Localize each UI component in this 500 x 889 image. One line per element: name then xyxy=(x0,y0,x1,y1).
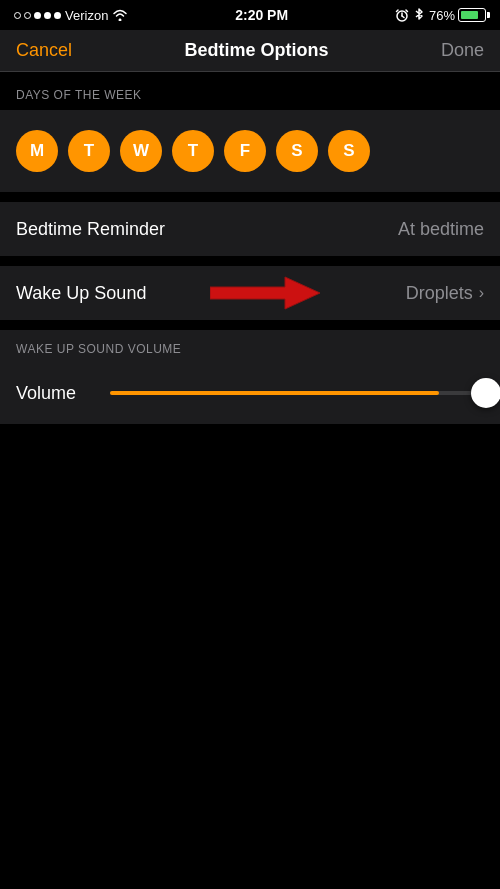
signal-dot-1 xyxy=(14,12,21,19)
bedtime-reminder-row[interactable]: Bedtime Reminder At bedtime xyxy=(0,202,500,256)
red-arrow-annotation xyxy=(210,271,320,315)
day-thursday[interactable]: T xyxy=(172,130,214,172)
day-sunday[interactable]: S xyxy=(328,130,370,172)
svg-line-2 xyxy=(402,16,404,18)
day-friday[interactable]: F xyxy=(224,130,266,172)
slider-thumb[interactable] xyxy=(471,378,500,408)
nav-bar: Cancel Bedtime Options Done xyxy=(0,30,500,72)
volume-label: Volume xyxy=(16,383,96,404)
signal-dot-2 xyxy=(24,12,31,19)
wake-up-sound-row[interactable]: Wake Up Sound Droplets › xyxy=(0,266,500,320)
section-divider-1 xyxy=(0,192,500,202)
status-right: 76% xyxy=(395,8,486,23)
chevron-icon: › xyxy=(479,284,484,302)
carrier-name: Verizon xyxy=(65,8,108,23)
wake-up-sound-value: Droplets › xyxy=(406,283,484,304)
signal-dot-3 xyxy=(34,12,41,19)
status-bar: Verizon 2:20 PM 76% xyxy=(0,0,500,30)
volume-row: Volume xyxy=(0,362,500,424)
day-tuesday[interactable]: T xyxy=(68,130,110,172)
day-wednesday[interactable]: W xyxy=(120,130,162,172)
volume-slider[interactable] xyxy=(110,376,484,410)
section-divider-2 xyxy=(0,256,500,266)
battery-icon xyxy=(458,8,486,22)
battery-percentage: 76% xyxy=(429,8,455,23)
days-row: M T W T F S S xyxy=(16,126,484,172)
wake-up-sound-label: Wake Up Sound xyxy=(16,283,146,304)
red-arrow-icon xyxy=(210,271,320,315)
slider-fill xyxy=(110,391,439,395)
bedtime-reminder-value: At bedtime xyxy=(398,219,484,240)
svg-marker-5 xyxy=(210,277,320,309)
page-title: Bedtime Options xyxy=(184,40,328,61)
signal-dot-5 xyxy=(54,12,61,19)
slider-track xyxy=(110,391,484,395)
signal-dot-4 xyxy=(44,12,51,19)
battery-indicator: 76% xyxy=(429,8,486,23)
bluetooth-icon xyxy=(414,8,424,22)
svg-line-4 xyxy=(406,10,408,12)
wifi-icon xyxy=(112,9,128,21)
wake-up-sound-section: Wake Up Sound Droplets › xyxy=(0,266,500,320)
day-monday[interactable]: M xyxy=(16,130,58,172)
done-button[interactable]: Done xyxy=(441,40,484,61)
days-section-header: DAYS OF THE WEEK xyxy=(0,72,500,110)
bedtime-reminder-section: Bedtime Reminder At bedtime xyxy=(0,202,500,256)
days-section: M T W T F S S xyxy=(0,110,500,192)
signal-dots xyxy=(14,12,61,19)
volume-section: WAKE UP SOUND VOLUME Volume xyxy=(0,330,500,424)
svg-line-3 xyxy=(396,10,398,12)
main-content: DAYS OF THE WEEK M T W T F S S xyxy=(0,72,500,472)
cancel-button[interactable]: Cancel xyxy=(16,40,72,61)
battery-fill xyxy=(461,11,478,19)
alarm-icon xyxy=(395,8,409,22)
status-time: 2:20 PM xyxy=(235,7,288,23)
day-saturday[interactable]: S xyxy=(276,130,318,172)
status-left: Verizon xyxy=(14,8,128,23)
volume-section-header: WAKE UP SOUND VOLUME xyxy=(0,330,500,362)
bedtime-reminder-label: Bedtime Reminder xyxy=(16,219,165,240)
